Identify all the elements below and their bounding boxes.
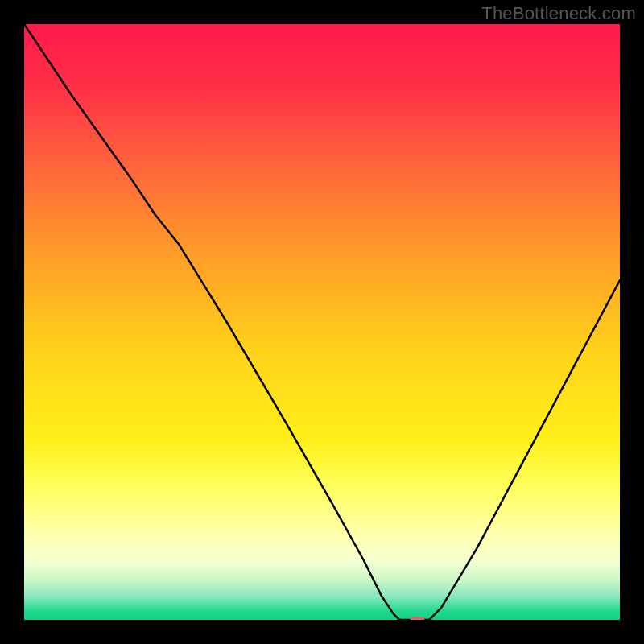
chart-svg [24, 24, 620, 620]
optimal-marker [411, 617, 425, 620]
plot-area [24, 24, 620, 620]
watermark-text: TheBottleneck.com [481, 3, 636, 24]
gradient-background [24, 24, 620, 620]
chart-container: TheBottleneck.com [0, 0, 644, 644]
